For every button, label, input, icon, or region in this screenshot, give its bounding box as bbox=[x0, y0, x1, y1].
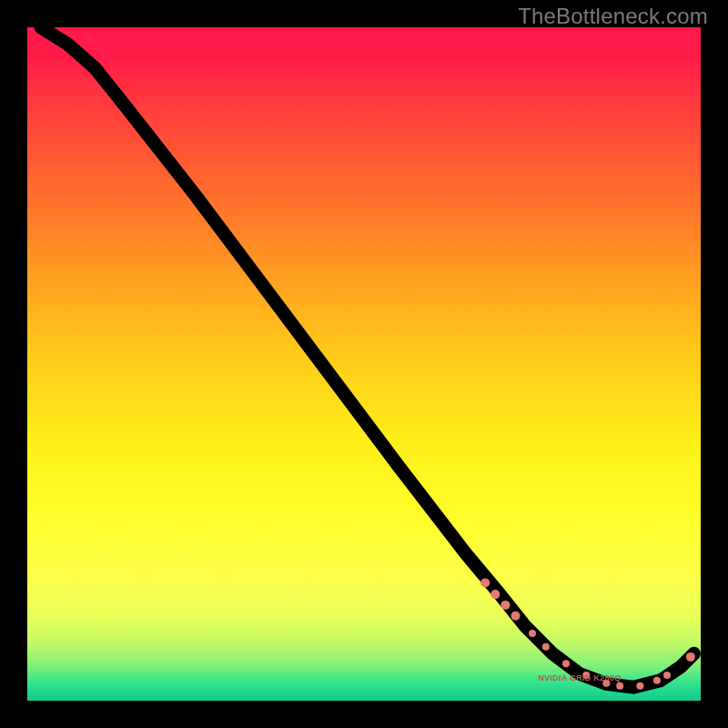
data-marker bbox=[500, 601, 510, 610]
data-marker bbox=[562, 660, 570, 667]
chart-overlay-svg: NVIDIA GRID K280Q bbox=[27, 27, 701, 701]
watermark-text: TheBottleneck.com bbox=[518, 4, 708, 29]
annotation-label: NVIDIA GRID K280Q bbox=[538, 673, 621, 682]
data-marker bbox=[616, 682, 623, 690]
label-group: NVIDIA GRID K280Q bbox=[538, 673, 621, 682]
data-marker bbox=[636, 682, 643, 690]
plot-area: NVIDIA GRID K280Q bbox=[27, 27, 701, 701]
data-marker bbox=[663, 672, 671, 679]
data-marker bbox=[490, 590, 500, 599]
data-marker bbox=[511, 612, 521, 621]
data-marker bbox=[686, 652, 695, 662]
chart-container: TheBottleneck.com NVIDIA GRID K280Q bbox=[0, 0, 728, 728]
data-marker bbox=[653, 677, 661, 684]
data-marker bbox=[542, 643, 550, 651]
data-marker bbox=[480, 579, 490, 588]
data-marker bbox=[529, 630, 536, 637]
